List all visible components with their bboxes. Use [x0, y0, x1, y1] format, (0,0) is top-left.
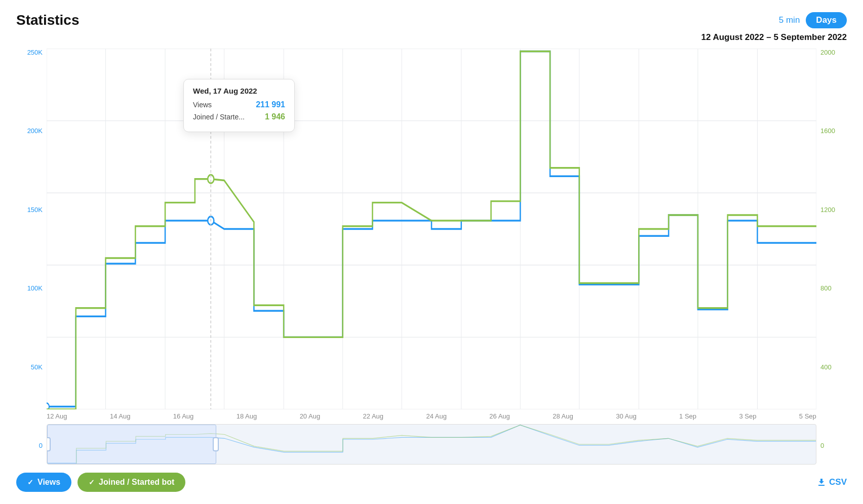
chart-area: 250K 200K 150K 100K 50K 0 — [16, 49, 847, 465]
csv-label: CSV — [829, 477, 847, 487]
tooltip-views-row: Views 211 991 — [193, 100, 285, 109]
tooltip-date: Wed, 17 Aug 2022 — [193, 87, 285, 95]
5min-button[interactable]: 5 min — [779, 15, 800, 25]
chart-tooltip: Wed, 17 Aug 2022 Views 211 991 Joined / … — [183, 79, 295, 132]
svg-rect-24 — [818, 485, 825, 486]
tooltip-joined-row: Joined / Starte... 1 946 — [193, 112, 285, 121]
legend-left: ✓ Views ✓ Joined / Started bot — [16, 473, 185, 492]
joined-button-label: Joined / Started bot — [99, 478, 174, 487]
y-axis-left: 250K 200K 150K 100K 50K 0 — [16, 49, 47, 465]
mini-handle-right[interactable] — [213, 437, 219, 451]
date-range: 12 August 2022 – 5 September 2022 — [16, 32, 847, 43]
mini-chart-selection[interactable] — [47, 425, 216, 464]
main-chart-container: Wed, 17 Aug 2022 Views 211 991 Joined / … — [47, 49, 816, 409]
legend-row: ✓ Views ✓ Joined / Started bot CSV — [16, 473, 847, 492]
tooltip-views-value: 211 991 — [256, 100, 285, 109]
time-controls: 5 min Days — [779, 12, 847, 28]
views-toggle-button[interactable]: ✓ Views — [16, 473, 71, 492]
mini-chart-container[interactable] — [47, 424, 816, 465]
mini-handle-left[interactable] — [47, 437, 51, 451]
joined-check-icon: ✓ — [89, 478, 95, 486]
views-check-icon: ✓ — [27, 478, 33, 486]
joined-toggle-button[interactable]: ✓ Joined / Started bot — [77, 473, 185, 492]
chart-main: Wed, 17 Aug 2022 Views 211 991 Joined / … — [47, 49, 816, 465]
svg-point-21 — [47, 403, 49, 409]
tooltip-joined-value: 1 946 — [265, 112, 285, 121]
y-axis-right: 2000 1600 1200 800 400 0 — [816, 49, 847, 465]
views-button-label: Views — [37, 478, 60, 487]
main-chart-svg — [47, 49, 816, 409]
tooltip-joined-label: Joined / Starte... — [193, 113, 245, 121]
x-axis: 12 Aug 14 Aug 16 Aug 18 Aug 20 Aug 22 Au… — [47, 409, 816, 420]
csv-download-button[interactable]: CSV — [817, 477, 847, 487]
page-title: Statistics — [16, 12, 80, 28]
tooltip-views-label: Views — [193, 101, 212, 109]
download-icon — [817, 478, 826, 487]
days-button[interactable]: Days — [806, 12, 847, 28]
